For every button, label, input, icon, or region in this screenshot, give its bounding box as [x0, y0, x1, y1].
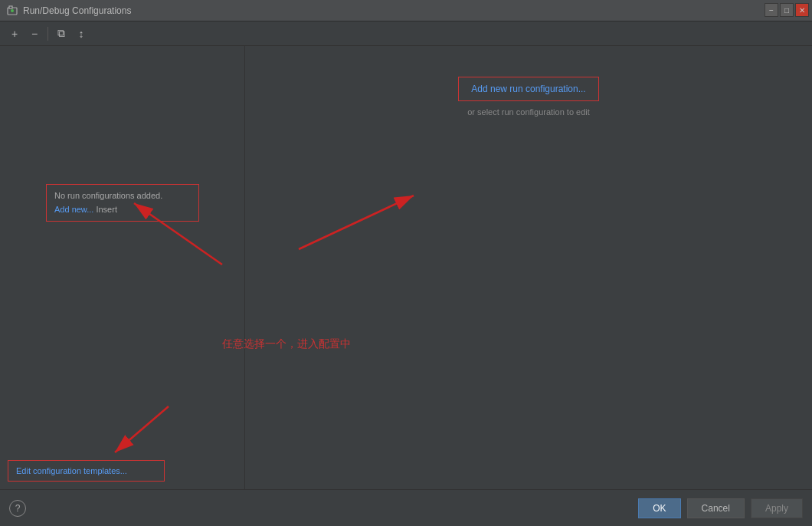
maximize-button[interactable]: □: [780, 3, 794, 17]
add-config-toolbar-button[interactable]: +: [6, 25, 23, 42]
right-panel: Add new run configuration... or select r…: [245, 46, 812, 489]
remove-config-button[interactable]: −: [26, 25, 43, 42]
add-config-button-box[interactable]: Add new run configuration...: [458, 77, 598, 101]
window-icon: [6, 5, 18, 17]
svg-rect-1: [9, 6, 12, 8]
chinese-annotation: 任意选择一个，进入配置中: [222, 337, 351, 351]
copy-config-button[interactable]: ⧉: [53, 25, 70, 42]
window-title: Run/Debug Configurations: [23, 5, 131, 16]
main-content: No run configurations added. Add new... …: [0, 46, 812, 489]
edit-templates-box: Edit configuration templates...: [8, 460, 165, 482]
window: Run/Debug Configurations − □ ✕ + − ⧉ ↕ N: [0, 0, 812, 526]
title-bar: Run/Debug Configurations − □ ✕: [0, 0, 812, 21]
apply-button[interactable]: Apply: [751, 498, 803, 518]
bottom-right: OK Cancel Apply: [638, 498, 803, 518]
empty-config-link-row: Add new... Insert: [54, 203, 191, 217]
add-new-link[interactable]: Add new...: [54, 205, 93, 214]
minimize-button[interactable]: −: [765, 3, 778, 17]
toolbar: + − ⧉ ↕: [0, 21, 812, 46]
bottom-bar: ? OK Cancel Apply: [0, 489, 812, 526]
cancel-button[interactable]: Cancel: [687, 498, 745, 518]
left-panel: No run configurations added. Add new... …: [0, 46, 245, 489]
window-controls: − □ ✕: [765, 3, 809, 17]
or-select-text: or select run configuration to edit: [467, 107, 590, 117]
edit-templates-link[interactable]: Edit configuration templates...: [16, 466, 127, 475]
close-button[interactable]: ✕: [795, 3, 809, 17]
add-config-button-label: Add new run configuration...: [471, 84, 585, 94]
toolbar-separator: [47, 27, 48, 41]
empty-config-message: No run configurations added.: [54, 189, 191, 203]
svg-point-2: [11, 9, 14, 12]
ok-button[interactable]: OK: [638, 498, 680, 518]
empty-config-box: No run configurations added. Add new... …: [46, 184, 199, 222]
sort-config-button[interactable]: ↕: [73, 25, 90, 42]
bottom-left: ?: [9, 500, 26, 517]
help-button[interactable]: ?: [9, 500, 26, 517]
